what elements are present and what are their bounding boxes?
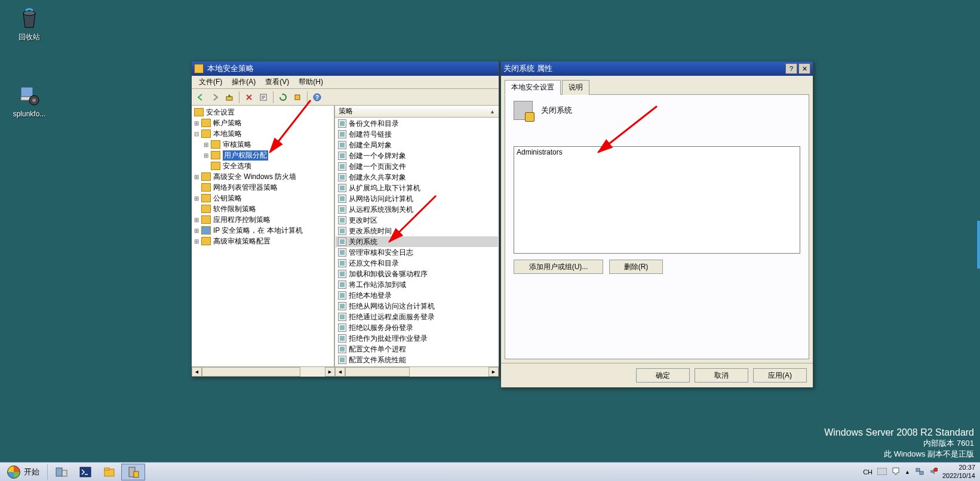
list-item[interactable]: 还原文件和目录 (336, 258, 498, 269)
tab-local-security[interactable]: 本地安全设置 (505, 80, 561, 95)
app-shortcut-label: splunkfo... (8, 110, 50, 118)
tray-network-icon[interactable] (915, 467, 924, 477)
tree-item[interactable]: ⊞用户权限分配 (193, 150, 333, 161)
tree-item[interactable]: ⊞高级审核策略配置 (193, 236, 333, 246)
taskbar-powershell[interactable] (73, 464, 97, 480)
tree-hscrollbar[interactable]: ◄ ► (192, 366, 335, 377)
toolbar-delete[interactable] (242, 91, 256, 104)
tree-item-label: 公钥策略 (213, 193, 242, 204)
recycle-bin[interactable]: 回收站 (8, 6, 50, 42)
toolbar-up[interactable] (223, 91, 236, 104)
tab-explain[interactable]: 说明 (562, 80, 589, 95)
tree-item[interactable]: ⊞应用程序控制策略 (193, 214, 333, 225)
list-item[interactable]: 拒绝作为批处理作业登录 (336, 333, 498, 344)
add-user-button[interactable]: 添加用户或组(U)... (514, 260, 603, 274)
menu-help[interactable]: 帮助(H) (294, 76, 328, 88)
scroll-left-icon[interactable]: ◄ (335, 367, 345, 377)
taskbar-server-manager[interactable] (50, 464, 73, 480)
taskbar-secpol[interactable] (121, 464, 145, 480)
tray-volume-icon[interactable] (929, 467, 938, 477)
policy-item-icon (338, 141, 346, 149)
list-item-label: 创建一个令牌对象 (349, 151, 406, 161)
toolbar-properties[interactable] (257, 91, 270, 104)
taskbar-clock[interactable]: 20:37 2022/10/14 (942, 464, 975, 479)
secpol-title-icon (194, 64, 204, 73)
dialog-help-button[interactable]: ? (785, 63, 797, 74)
menu-view[interactable]: 查看(V) (260, 76, 294, 88)
toolbar-export[interactable] (291, 91, 304, 104)
tree-item[interactable]: ⊞高级安全 Windows 防火墙 (193, 171, 333, 182)
list-item[interactable]: 关闭系统 (336, 236, 498, 247)
list-item[interactable]: 从远程系统强制关机 (336, 204, 498, 215)
apply-button[interactable]: 应用(A) (753, 368, 807, 383)
list-item[interactable]: 更改时区 (336, 215, 498, 226)
list-item[interactable]: 配置文件单个进程 (336, 344, 498, 354)
dialog-title: 关闭系统 属性 (503, 63, 552, 74)
list-item[interactable]: 从扩展坞上取下计算机 (336, 183, 498, 193)
cancel-button[interactable]: 取消 (695, 368, 748, 383)
ime-indicator[interactable]: CH (863, 468, 873, 476)
list-item[interactable]: 创建永久共享对象 (336, 172, 498, 183)
list-item[interactable]: 配置文件系统性能 (336, 354, 498, 365)
list-item-label: 创建永久共享对象 (349, 172, 406, 183)
list-item-label: 拒绝以服务身份登录 (349, 323, 413, 333)
list-item[interactable]: 拒绝以服务身份登录 (336, 322, 498, 333)
list-item[interactable]: 创建一个页面文件 (336, 161, 498, 172)
list-item[interactable]: 将工作站添加到域 (336, 279, 498, 290)
user-list-item[interactable]: Administrators (517, 148, 797, 156)
start-button[interactable]: 开始 (1, 464, 45, 480)
app-shortcut-splunk[interactable]: splunkfo... (8, 84, 50, 118)
svg-rect-17 (877, 468, 887, 475)
list-header[interactable]: 策略 ▲ (335, 106, 499, 118)
tree-item[interactable]: 安全选项 (193, 161, 333, 171)
tray-keyboard-icon[interactable] (877, 468, 887, 476)
list-item[interactable]: 拒绝通过远程桌面服务登录 (336, 312, 498, 322)
list-item[interactable]: 从网络访问此计算机 (336, 193, 498, 204)
list-body[interactable]: 备份文件和目录创建符号链接创建全局对象创建一个令牌对象创建一个页面文件创建永久共… (335, 118, 499, 366)
list-item[interactable]: 创建全局对象 (336, 140, 498, 150)
menu-action[interactable]: 操作(A) (227, 76, 260, 88)
dialog-titlebar[interactable]: 关闭系统 属性 ? ✕ (501, 61, 813, 76)
scroll-left-icon[interactable]: ◄ (192, 367, 202, 377)
dialog-close-button[interactable]: ✕ (798, 63, 810, 74)
scroll-right-icon[interactable]: ► (325, 367, 335, 377)
list-item[interactable]: 创建一个令牌对象 (336, 150, 498, 161)
remove-button[interactable]: 删除(R) (609, 260, 663, 274)
tree-pane[interactable]: 安全设置⊞帐户策略⊟本地策略⊞审核策略⊞用户权限分配安全选项⊞高级安全 Wind… (192, 106, 335, 377)
svg-rect-12 (80, 467, 91, 477)
toolbar-back[interactable] (194, 91, 207, 104)
tree-root[interactable]: 安全设置 (193, 107, 333, 118)
ok-button[interactable]: 确定 (636, 368, 690, 383)
toolbar: ? (192, 89, 499, 106)
toolbar-help[interactable]: ? (311, 91, 324, 104)
list-item[interactable]: 备份文件和目录 (336, 118, 498, 129)
taskbar-explorer[interactable] (97, 464, 121, 480)
tray-action-center-icon[interactable] (892, 467, 900, 477)
scroll-right-icon[interactable]: ► (489, 367, 499, 377)
svg-rect-18 (916, 468, 920, 471)
policy-name: 关闭系统 (541, 105, 572, 116)
secpol-titlebar[interactable]: 本地安全策略 (192, 61, 499, 76)
list-item[interactable]: 加载和卸载设备驱动程序 (336, 269, 498, 279)
tree-item[interactable]: ⊞公钥策略 (193, 193, 333, 204)
list-item[interactable]: 更改系统时间 (336, 226, 498, 236)
page-scrollbar-thumb[interactable] (976, 221, 980, 269)
toolbar-forward[interactable] (208, 91, 222, 104)
list-item[interactable]: 拒绝从网络访问这台计算机 (336, 301, 498, 312)
tree-item[interactable]: ⊟本地策略 (193, 128, 333, 139)
list-hscrollbar[interactable]: ◄ ► (335, 366, 499, 377)
tree-item[interactable]: ⊞审核策略 (193, 139, 333, 150)
windows-orb-icon (7, 465, 20, 479)
list-item-label: 配置文件系统性能 (349, 355, 406, 365)
list-item[interactable]: 创建符号链接 (336, 129, 498, 140)
tray-overflow-icon[interactable]: ▲ (905, 469, 910, 475)
list-item[interactable]: 拒绝本地登录 (336, 290, 498, 301)
tree-item[interactable]: 网络列表管理器策略 (193, 182, 333, 193)
user-list[interactable]: Administrators (514, 146, 800, 254)
toolbar-refresh[interactable] (277, 91, 290, 104)
tree-item[interactable]: 软件限制策略 (193, 204, 333, 214)
tree-item[interactable]: ⊞IP 安全策略，在 本地计算机 (193, 225, 333, 236)
list-item[interactable]: 管理审核和安全日志 (336, 247, 498, 258)
tree-item[interactable]: ⊞帐户策略 (193, 118, 333, 128)
menu-file[interactable]: 文件(F) (194, 76, 227, 88)
